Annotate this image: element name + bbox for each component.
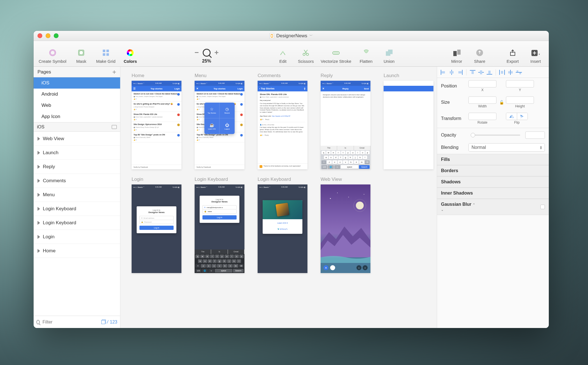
gaussian-blur-section[interactable]: Gaussian Blur ⌃⌄: [437, 199, 549, 215]
align-vcenter-icon[interactable]: [478, 70, 484, 75]
inner-shadows-section[interactable]: Inner Shadows: [437, 188, 549, 199]
artboard-launch[interactable]: [384, 81, 433, 169]
artboard-label[interactable]: Login Keyboard: [195, 177, 228, 182]
page-item-ios[interactable]: iOS: [34, 77, 120, 89]
artboard-label[interactable]: Reply: [321, 73, 333, 78]
lock-aspect-icon[interactable]: 🔓: [499, 100, 503, 105]
layer-item[interactable]: Home: [34, 244, 120, 258]
zoom-control[interactable]: − + 25%: [190, 48, 223, 64]
fills-section[interactable]: Fills: [437, 154, 549, 165]
blending-select[interactable]: Normal▲▼: [468, 143, 545, 152]
layer-item[interactable]: Reply: [34, 160, 120, 174]
align-right-icon[interactable]: [457, 70, 463, 75]
share-button[interactable]: Share: [472, 48, 488, 64]
layer-item[interactable]: Login Keyboard: [34, 216, 120, 230]
artboard-login[interactable]: •••○○ Sketch ⌃9:41 AM↯ 42% ◧ Log in to D…: [132, 184, 181, 273]
canvas[interactable]: Home Menu Comments Reply Launch •••○○ Sk…: [120, 67, 437, 328]
close-window-button[interactable]: [38, 33, 42, 38]
colors-button[interactable]: Colors: [122, 48, 138, 64]
artboard-web-view[interactable]: ✕ ‹ ›: [321, 184, 370, 273]
layer-item[interactable]: Comments: [34, 174, 120, 188]
zoom-out-button[interactable]: −: [195, 48, 199, 57]
artboard-label[interactable]: Launch: [384, 73, 399, 78]
distribute-h-icon[interactable]: [499, 70, 505, 75]
svg-rect-46: [517, 70, 518, 72]
svg-point-25: [348, 197, 349, 197]
window-title[interactable]: DesignerNews ﹀: [270, 33, 313, 39]
distribute-v-icon[interactable]: [507, 70, 514, 75]
scissors-button[interactable]: Scissors: [298, 48, 314, 64]
position-x-input[interactable]: [468, 80, 496, 87]
borders-section[interactable]: Borders: [437, 165, 549, 176]
align-hcenter-icon[interactable]: [448, 70, 455, 75]
add-page-button[interactable]: +: [112, 68, 116, 76]
blur-checkbox[interactable]: [540, 205, 545, 209]
symbol-filter-icon[interactable]: [101, 320, 105, 324]
export-button[interactable]: Export: [505, 48, 521, 64]
minimize-window-button[interactable]: [46, 33, 50, 38]
align-top-icon[interactable]: [469, 70, 476, 75]
page-item-web[interactable]: Web: [34, 100, 120, 111]
mask-button[interactable]: Mask: [73, 48, 89, 64]
artboard-home[interactable]: •••○○ Sketch ⌃9:41 AM↯ 42% ◧ ☰Top storie…: [132, 81, 181, 169]
position-y-input[interactable]: [506, 80, 534, 87]
page-item-android[interactable]: Android: [34, 89, 120, 100]
insert-button[interactable]: Insert: [528, 48, 544, 64]
layer-name: Web View: [43, 136, 64, 142]
artboard-label[interactable]: Home: [132, 73, 144, 78]
opacity-input[interactable]: [525, 131, 545, 139]
disclosure-triangle-icon[interactable]: [38, 193, 40, 197]
align-left-icon[interactable]: [440, 70, 447, 75]
disclosure-triangle-icon[interactable]: [38, 207, 40, 211]
make-grid-button[interactable]: Make Grid: [96, 48, 115, 64]
shadows-section[interactable]: Shadows: [437, 176, 549, 188]
layer-item[interactable]: Login: [34, 230, 120, 244]
layer-name: Home: [43, 248, 55, 254]
artboard-login-keyboard-2[interactable]: •••○○ Sketch ⌃9:41 AM↯ 42% ◧ Learn iOS 9…: [258, 184, 307, 273]
mirror-button[interactable]: Mirror: [449, 48, 465, 64]
layer-name: Reply: [43, 164, 55, 170]
artboard-label[interactable]: Web View: [321, 177, 342, 182]
artboard-label[interactable]: Comments: [258, 73, 281, 78]
flatten-button[interactable]: Flatten: [358, 48, 374, 64]
layer-item[interactable]: Launch: [34, 146, 120, 160]
layer-item[interactable]: Menu: [34, 188, 120, 202]
flip-control[interactable]: [506, 113, 528, 120]
align-bottom-icon[interactable]: [486, 70, 493, 75]
page-item-app-icon[interactable]: App Icon: [34, 111, 120, 122]
artboard-label[interactable]: Login Keyboard: [258, 177, 291, 182]
artboard-reply[interactable]: •••○○ Sketch ⌃9:41 AM↯ 42% ◧ ✕ReplySend …: [321, 81, 370, 169]
slice-filter-icon[interactable]: /: [107, 320, 108, 325]
artboard-menu[interactable]: •••○○ Sketch ⌃9:41 AM↯ 42% ◧ ✕Top storie…: [195, 81, 244, 169]
union-button[interactable]: Union: [381, 48, 397, 64]
zoom-in-button[interactable]: +: [214, 48, 219, 57]
flip-horizontal-icon[interactable]: [506, 113, 517, 120]
artboard-login-keyboard-1[interactable]: •••○○ Sketch ⌃9:41 AM↯ 42% ◧ Log in to D…: [195, 184, 244, 273]
disclosure-triangle-icon[interactable]: [38, 221, 40, 225]
artboard-label[interactable]: Login: [132, 177, 143, 182]
rotate-input[interactable]: [468, 113, 496, 120]
disclosure-triangle-icon[interactable]: [38, 165, 40, 169]
layer-item[interactable]: Login Keyboard: [34, 202, 120, 216]
artboard-comments[interactable]: •••○○ Sketch ⌃9:41 AM↯ 42% ◧ ‹ Top Stori…: [258, 81, 307, 169]
filter-input[interactable]: [43, 320, 99, 325]
disclosure-triangle-icon[interactable]: [38, 235, 40, 239]
artboard-label[interactable]: Menu: [195, 73, 207, 78]
edit-button[interactable]: Edit: [275, 48, 291, 64]
layer-item[interactable]: Web View: [34, 132, 120, 146]
mirror-icon: [452, 48, 461, 57]
width-input[interactable]: [468, 96, 496, 104]
opacity-slider[interactable]: [471, 135, 520, 136]
disclosure-triangle-icon[interactable]: [38, 179, 40, 183]
flip-vertical-icon[interactable]: [517, 113, 528, 120]
svg-rect-13: [333, 52, 339, 54]
create-symbol-button[interactable]: Create Symbol: [39, 48, 66, 64]
height-input[interactable]: [506, 96, 534, 104]
disclosure-triangle-icon[interactable]: [38, 151, 40, 155]
disclosure-triangle-icon[interactable]: [38, 137, 40, 141]
artboard-icon[interactable]: [112, 125, 117, 129]
distribute-spacing-icon[interactable]: [515, 70, 522, 75]
vectorize-stroke-button[interactable]: Vectorize Stroke: [321, 48, 351, 64]
fullscreen-window-button[interactable]: [54, 33, 59, 38]
disclosure-triangle-icon[interactable]: [38, 249, 40, 253]
